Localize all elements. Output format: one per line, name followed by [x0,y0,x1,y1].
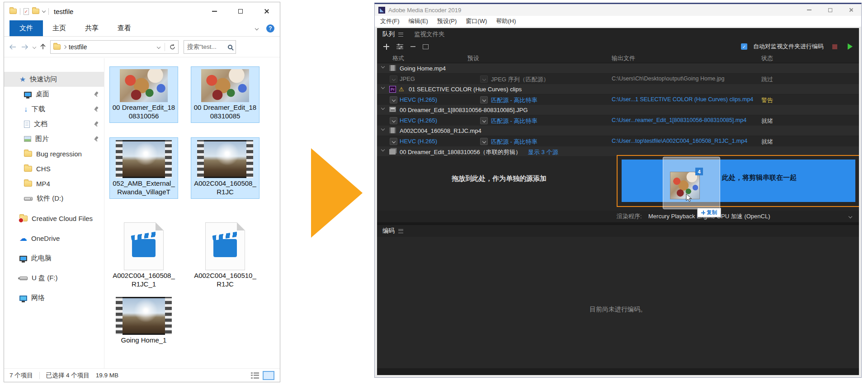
preset-dropdown-icon[interactable] [480,96,488,103]
help-icon[interactable]: ? [266,24,274,33]
file-item[interactable]: A002C004_160508_R1JC [191,138,259,198]
file-item[interactable]: 00 Dreamer_Edit_1808310056 [110,67,178,122]
forward-icon[interactable] [21,44,29,50]
sidebar-item-network[interactable]: 网络 [4,291,104,305]
minimize-button[interactable] [201,2,227,20]
output-file-path[interactable]: C:\User...1 SELECTIVE COLOR (Hue Curves)… [612,96,753,103]
queue-source-row[interactable]: A002C004_160508_R1JC.mp4 [377,126,859,136]
menu-file[interactable]: 文件(F) [380,17,400,25]
tab-view[interactable]: 查看 [108,20,141,36]
ribbon-expand-chevron-icon[interactable] [255,26,259,30]
file-item[interactable]: A002C004_160508_R1JC_1 [110,220,178,291]
breadcrumb[interactable]: testfile [69,43,155,51]
panel-menu-icon[interactable] [398,33,403,37]
close-button[interactable] [254,2,280,20]
collapse-chevron-icon[interactable] [381,106,385,110]
file-item[interactable]: A002C004_160510_R1JC [191,220,259,291]
sidebar-item-this-pc[interactable]: 此电脑 [4,251,104,266]
output-format[interactable]: HEVC (H.265) [400,138,437,145]
preset-dropdown-icon[interactable] [480,138,488,145]
close-button[interactable] [840,4,861,16]
start-queue-icon[interactable] [848,43,853,50]
queue-source-row[interactable]: Going Home.mp4 [377,63,859,74]
search-input[interactable]: 搜索"test... [184,40,236,54]
menu-window[interactable]: 窗口(W) [466,17,487,25]
queue-output-row[interactable]: HEVC (H.265) 匹配源 - 高比特率 C:\User...reamer… [377,115,859,126]
details-view-icon[interactable] [251,372,259,379]
tab-file[interactable]: 文件 [9,20,43,36]
tab-share[interactable]: 共享 [75,20,108,36]
tab-queue[interactable]: 队列 [382,30,403,38]
output-preset[interactable]: JPEG 序列（匹配源） [491,75,549,84]
show-sources-link[interactable]: 显示 3 个源 [528,148,558,156]
stop-queue-icon[interactable] [832,44,837,49]
address-dropdown-chevron-icon[interactable] [157,45,160,48]
file-item[interactable]: 052_AMB_External_Rwanda_VillageT [110,138,178,198]
queue-source-row[interactable]: Pr ⚠ 01 SELECTIVE COLOR (Hue Curves) cli… [377,84,859,94]
menu-preset[interactable]: 预设(P) [437,17,457,25]
output-preset[interactable]: 匹配源 - 高比特率 [491,96,538,104]
format-dropdown-icon[interactable] [390,117,397,124]
output-format[interactable]: HEVC (H.265) [400,96,437,103]
output-file-path[interactable]: C:\User...reamer_Edit_1[808310056-808310… [612,117,746,123]
duplicate-icon[interactable] [423,44,429,49]
output-file-path[interactable]: C:\User...top\testfile\A002C004_160508_R… [612,138,747,144]
sidebar-item-usb-f[interactable]: U 盘 (F:) [4,271,104,286]
menu-help[interactable]: 帮助(H) [496,17,516,25]
refresh-icon[interactable] [170,44,175,50]
preset-dropdown-icon[interactable] [480,117,488,124]
output-preset[interactable]: 匹配源 - 高比特率 [491,117,538,125]
tab-encoding[interactable]: 编码 [382,227,403,235]
add-preset-icon[interactable] [396,44,403,49]
format-dropdown-icon[interactable] [390,138,397,145]
sidebar-item-mp4[interactable]: MP4 [4,176,104,191]
tab-watch-folders[interactable]: 监视文件夹 [414,30,445,38]
format-dropdown-icon[interactable] [390,96,397,103]
renderer-dropdown-chevron-icon[interactable] [849,215,852,218]
maximize-button[interactable] [820,4,840,16]
sidebar-item-label: 下载 [32,105,45,113]
recent-locations-chevron-icon[interactable] [33,45,36,48]
file-item[interactable]: 00 Dreamer_Edit_1808310085 [191,67,259,122]
add-source-icon[interactable] [383,44,389,50]
queue-output-row[interactable]: HEVC (H.265) 匹配源 - 高比特率 C:\User...1 SELE… [377,94,859,105]
queue-output-row[interactable]: HEVC (H.265) 匹配源 - 高比特率 C:\User...top\te… [377,136,859,146]
sidebar-item-onedrive[interactable]: ☁ OneDrive [4,231,104,246]
sidebar-item-bug-regression[interactable]: Bug regression [4,146,104,161]
sidebar-item-pictures[interactable]: 图片 [4,131,104,146]
sidebar-item-documents[interactable]: 文档 [4,117,104,131]
tab-home[interactable]: 主页 [43,20,75,36]
sidebar-item-drive-d[interactable]: 软件 (D:) [4,191,104,206]
collapse-chevron-icon[interactable] [381,127,385,131]
collapse-chevron-icon[interactable] [381,65,385,68]
format-dropdown-icon[interactable] [390,75,397,83]
up-icon[interactable] [40,43,46,50]
output-file-path[interactable]: C:\Users\Ch\Desktop\output\Going Home.jp… [612,75,724,82]
sidebar-item-downloads[interactable]: ↓ 下载 [4,102,104,117]
output-format[interactable]: HEVC (H.265) [400,117,437,124]
queue-source-row[interactable]: 00 Dreamer_Edit_1[808310056-808310085].J… [377,105,859,115]
queue-output-row[interactable]: JPEG JPEG 序列（匹配源） C:\Users\Ch\Desktop\ou… [377,74,859,84]
sidebar-item-desktop[interactable]: 桌面 [4,87,104,102]
collapse-chevron-icon[interactable] [381,148,385,151]
folder-icon[interactable] [32,9,39,14]
address-bar[interactable]: testfile [50,40,179,54]
panel-menu-icon[interactable] [398,229,403,233]
file-item[interactable]: Going Home_1 [110,295,178,347]
output-preset[interactable]: 匹配源 - 高比特率 [491,138,538,146]
qat-customize-chevron-icon[interactable] [42,9,46,12]
quick-access-check-icon[interactable]: ✓ [24,8,29,15]
collapse-chevron-icon[interactable] [381,85,385,89]
thumbnails-view-icon[interactable] [263,371,274,380]
minimize-button[interactable] [799,4,820,16]
sidebar-item-quick-access[interactable]: ★ 快速访问 [4,72,104,87]
sidebar-item-creative-cloud[interactable]: Creative Cloud Files [4,211,104,226]
preset-dropdown-icon[interactable] [480,75,488,83]
menu-edit[interactable]: 编辑(E) [409,17,428,25]
output-format[interactable]: JPEG [400,75,415,82]
remove-icon[interactable] [410,46,415,47]
back-icon[interactable] [9,44,17,50]
maximize-button[interactable] [227,2,254,20]
auto-encode-checkbox[interactable]: ✓ [741,43,747,50]
sidebar-item-chs[interactable]: CHS [4,161,104,176]
